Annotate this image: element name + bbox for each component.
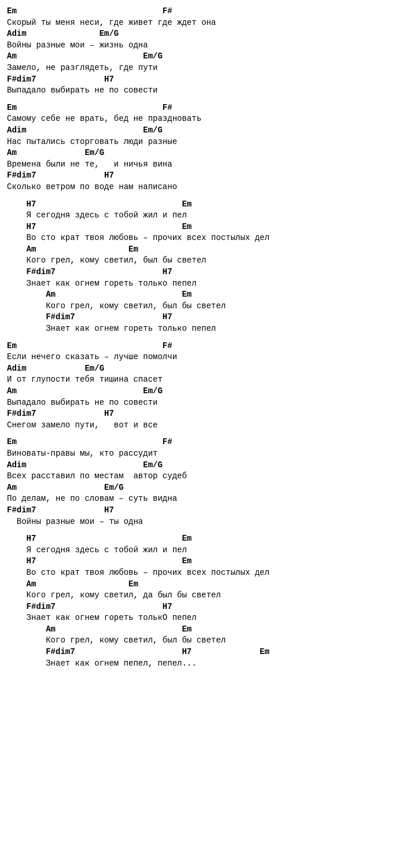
chord-line: F#dim7 H7 xyxy=(7,601,394,613)
lyric-line: Выпадало выбирать не по совести xyxy=(7,85,394,97)
chord-line: Adim Em/G xyxy=(7,28,394,40)
lyric-line: Виноваты-правы мы, кто рассудит xyxy=(7,448,394,460)
chord-line: Adim Em/G xyxy=(7,460,394,471)
chord-line: Am Em xyxy=(7,624,394,636)
chord-line: H7 Em xyxy=(7,199,394,210)
chord-line: Em F# xyxy=(7,437,394,448)
lyric-line: Если нечего сказать – лучше помолчи xyxy=(7,352,394,363)
chord-line: Am Em/G xyxy=(7,51,394,62)
lyric-line: Я сегодня здесь с тобой жил и пел xyxy=(7,210,394,221)
lyric-line: Кого грел, кому светил, да был бы светел xyxy=(7,590,394,601)
lyric-line: Я сегодня здесь с тобой жил и пел xyxy=(7,545,394,556)
lyric-line: Во сто крат твоя любовь – прочих всех по… xyxy=(7,567,394,579)
blank-line xyxy=(7,193,394,199)
chord-line: Em F# xyxy=(7,102,394,114)
chord-line: Am Em/G xyxy=(7,482,394,494)
lyric-line: Войны разные мои – ты одна xyxy=(7,516,394,528)
lyric-line: Кого грел, кому светил, был бы светел xyxy=(7,255,394,267)
chord-line: F#dim7 H7 xyxy=(7,170,394,182)
chord-line: Am Em/G xyxy=(7,386,394,397)
chord-line: Am Em xyxy=(7,579,394,590)
chord-line: Am Em xyxy=(7,289,394,301)
lyric-line: Самому себе не врать, бед не праздновать xyxy=(7,113,394,125)
lyric-line: Снегом замело пути, вот и все xyxy=(7,420,394,431)
lyric-line: Знает как огнем пепел, пепел... xyxy=(7,658,394,670)
lyric-line: Замело, не разглядеть, где пути xyxy=(7,62,394,74)
lyric-line: По делам, не по словам – суть видна xyxy=(7,493,394,505)
lyric-line: Кого грел, кому светил, был бы светел xyxy=(7,635,394,647)
chord-line: Em F# xyxy=(7,341,394,352)
lyric-line: Кого грел, кому светил, был бы светел xyxy=(7,301,394,312)
chord-line: F#dim7 H7 xyxy=(7,312,394,323)
lyric-line: Сколько ветром по воде нам написано xyxy=(7,182,394,193)
chord-line: F#dim7 H7 xyxy=(7,267,394,278)
lyric-line: Времена были не те, и ничья вина xyxy=(7,159,394,171)
chord-line: F#dim7 H7 xyxy=(7,74,394,86)
chord-line: H7 Em xyxy=(7,556,394,567)
chord-line: Am Em/G xyxy=(7,147,394,159)
song-container: Em F#Скорый ты меня неси, где живет где … xyxy=(7,6,394,669)
lyric-line: Войны разные мои – жизнь одна xyxy=(7,40,394,51)
chord-line: H7 Em xyxy=(7,533,394,545)
blank-line xyxy=(7,527,394,533)
chord-line: Em F# xyxy=(7,6,394,17)
lyric-line: И от глупости тебя тишина спасет xyxy=(7,374,394,386)
chord-line: H7 Em xyxy=(7,221,394,233)
lyric-line: Нас пытались сторговать люди разные xyxy=(7,136,394,148)
chord-line: Adim Em/G xyxy=(7,363,394,375)
chord-line: F#dim7 H7 Em xyxy=(7,647,394,658)
chord-line: F#dim7 H7 xyxy=(7,408,394,420)
lyric-line: Всех расставил по местам автор судеб xyxy=(7,471,394,482)
blank-line xyxy=(7,97,394,102)
chord-line: F#dim7 H7 xyxy=(7,505,394,516)
chord-line: Adim Em/G xyxy=(7,125,394,136)
lyric-line: Выпадало выбирать не по совести xyxy=(7,397,394,409)
lyric-line: Знает как огнем гореть только пепел xyxy=(7,278,394,290)
blank-line xyxy=(7,431,394,437)
lyric-line: Скорый ты меня неси, где живет где ждет … xyxy=(7,17,394,29)
blank-line xyxy=(7,335,394,341)
chord-line: Am Em xyxy=(7,244,394,256)
lyric-line: Во сто крат твоя любовь – прочих всех по… xyxy=(7,232,394,244)
lyric-line: Знает как огнем гореть только пепел xyxy=(7,323,394,335)
lyric-line: Знает как огнем гореть толькО пепел xyxy=(7,612,394,624)
